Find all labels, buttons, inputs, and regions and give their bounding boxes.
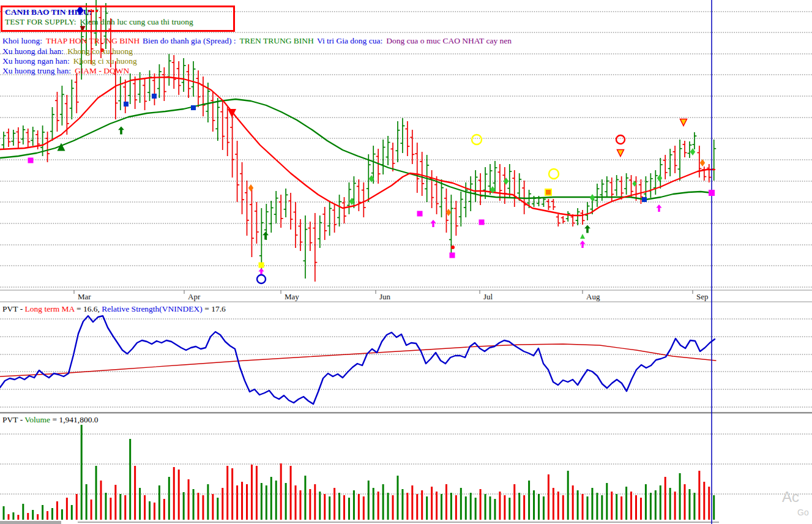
mid-term-ma-line bbox=[0, 77, 715, 215]
pvt-ticker: PVT - bbox=[2, 304, 25, 313]
signal-diamond-marker bbox=[657, 174, 662, 182]
signal-arrow-up-marker bbox=[584, 225, 590, 233]
trend-long-value: Khong co xu huong bbox=[67, 47, 133, 56]
signal-square-marker bbox=[191, 105, 196, 110]
signal-square-marker bbox=[259, 263, 264, 268]
panel-separator bbox=[0, 412, 812, 414]
pvt-line bbox=[0, 316, 715, 404]
trend-long-label: Xu huong dai han: bbox=[2, 47, 64, 56]
signal-square-marker bbox=[450, 253, 455, 258]
chart-canvas: MarAprMayJunJulAugSep bbox=[0, 0, 812, 524]
signal-square-marker bbox=[152, 94, 157, 99]
status-row-trend-long: Xu huong dai han:Khong co xu huong bbox=[2, 47, 133, 56]
signal-square-marker bbox=[417, 211, 423, 217]
alert-signal-text: Kiem dinh luc cung cua thi truong bbox=[80, 17, 193, 26]
trend-short-value: Khong ci xu huong bbox=[73, 56, 137, 66]
month-axis-label: Sep bbox=[696, 292, 709, 301]
status-row-trend-short: Xu huong ngan han:Khong ci xu huong bbox=[2, 56, 137, 66]
pvt-panel-title: PVT - Long term MA = 16.6, Relative Stre… bbox=[2, 304, 226, 314]
pvt-rs-label: Relative Strength(VNINDEX) bbox=[102, 304, 203, 313]
month-axis-label: Jun bbox=[379, 292, 391, 301]
scrollbar-thumb[interactable] bbox=[0, 521, 61, 524]
trend-mid-label: Xu huong trung han: bbox=[2, 66, 71, 75]
close-position-label: Vi tri Gia dong cua: bbox=[317, 36, 382, 45]
volume-label: Volume bbox=[24, 415, 50, 424]
signal-arrow-up-marker bbox=[579, 241, 585, 248]
signal-triangle-down-marker bbox=[617, 150, 624, 157]
trend-mid-value: GIAM - DOWN bbox=[75, 66, 129, 75]
signal-square-marker bbox=[28, 158, 34, 163]
activate-windows-watermark: Ac bbox=[782, 488, 799, 506]
pvt-ma-label: Long term MA bbox=[25, 304, 75, 313]
volume-value: = 1,941,800.0 bbox=[50, 415, 99, 424]
signal-square-marker bbox=[642, 197, 647, 202]
spread-status-value: TREN TRUNG BINH bbox=[240, 36, 314, 45]
signal-square-marker bbox=[709, 190, 715, 196]
signal-square-marker bbox=[545, 189, 551, 195]
signal-square-marker bbox=[479, 220, 485, 225]
status-row-trend-mid: Xu huong trung han:GIAM - DOWN bbox=[2, 66, 129, 76]
alert-signal-label: TEST FOR SUPPLY: bbox=[5, 17, 76, 26]
signal-dot-marker bbox=[451, 245, 455, 249]
volume-status-label: Khoi luong: bbox=[2, 36, 42, 45]
signal-arrow-up-marker bbox=[656, 204, 661, 212]
close-position-value: Dong cua o muc CAO NHAT cay nen bbox=[386, 36, 512, 45]
alert-title: CANH BAO TIN HIEU: bbox=[5, 7, 92, 17]
pvt-ma-value: = 16.6, bbox=[75, 304, 102, 313]
volume-panel-title: PVT - Volume = 1,941,800.0 bbox=[2, 415, 99, 425]
trading-chart-window: MarAprMayJunJulAugSep CANH BAO TIN HIEU:… bbox=[0, 0, 812, 524]
signal-circle-marker bbox=[472, 135, 482, 144]
signal-arrow-up-marker bbox=[263, 232, 269, 240]
volume-ticker: PVT - bbox=[2, 415, 24, 424]
signal-alert-box: CANH BAO TIN HIEU: TEST FOR SUPPLY:Kiem … bbox=[1, 6, 235, 32]
pvt-rs-value: = 17.6 bbox=[203, 304, 226, 313]
month-axis-label: Apr bbox=[188, 292, 201, 301]
signal-diamond-marker bbox=[248, 184, 253, 192]
signal-arrow-up-marker bbox=[118, 127, 124, 135]
spread-status-label: Bien do thanh gia (Spread) : bbox=[143, 36, 236, 45]
signal-circle-marker bbox=[549, 169, 559, 179]
long-term-ma-line bbox=[0, 99, 712, 200]
month-axis-label: Aug bbox=[586, 292, 600, 301]
signal-circle-marker bbox=[257, 275, 266, 283]
signal-circle-marker bbox=[616, 135, 625, 144]
signal-square-marker bbox=[124, 102, 129, 107]
signal-triangle-up-marker bbox=[580, 234, 585, 239]
month-axis-label: Mar bbox=[78, 292, 91, 301]
volume-status-value: THAP HON TRUNG BINH bbox=[46, 36, 140, 45]
month-axis-label: Jul bbox=[483, 292, 493, 301]
go-to-settings-watermark: Go bbox=[797, 507, 809, 517]
signal-diamond-marker bbox=[700, 159, 705, 167]
month-axis-label: May bbox=[285, 292, 299, 301]
trend-short-label: Xu huong ngan han: bbox=[2, 56, 70, 66]
signal-triangle-down-marker bbox=[680, 119, 687, 126]
